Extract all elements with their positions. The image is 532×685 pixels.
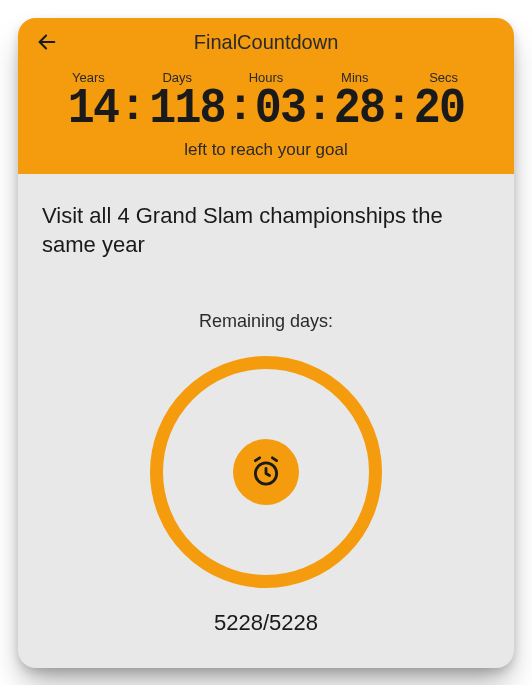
- back-arrow-icon: [36, 31, 58, 53]
- svg-line-3: [272, 458, 276, 461]
- digits-hours: 03: [255, 84, 305, 134]
- countdown-subtext: left to reach your goal: [18, 140, 514, 160]
- digits-days: 118: [149, 84, 225, 134]
- days-fraction: 5228/5228: [42, 610, 490, 636]
- alarm-button[interactable]: [233, 439, 299, 505]
- back-button[interactable]: [34, 29, 60, 55]
- titlebar: FinalCountdown: [18, 18, 514, 66]
- digits-sep: :: [231, 80, 250, 126]
- progress-ring-container: [42, 356, 490, 588]
- alarm-clock-icon: [249, 455, 283, 489]
- device-frame: FinalCountdown Years Days Hours Mins Sec…: [0, 0, 532, 685]
- header: FinalCountdown Years Days Hours Mins Sec…: [18, 18, 514, 174]
- goal-title: Visit all 4 Grand Slam championships the…: [42, 202, 490, 259]
- page-title: FinalCountdown: [18, 31, 514, 54]
- digits-sep: :: [389, 80, 408, 126]
- progress-ring: [150, 356, 382, 588]
- countdown-digits: 14 : 118 : 03 : 28 : 20: [18, 83, 514, 134]
- app-screen: FinalCountdown Years Days Hours Mins Sec…: [18, 18, 514, 668]
- digits-sep: :: [123, 80, 142, 126]
- digits-secs: 20: [413, 84, 463, 134]
- digits-sep: :: [310, 80, 329, 126]
- digits-mins: 28: [334, 84, 384, 134]
- body: Visit all 4 Grand Slam championships the…: [18, 174, 514, 636]
- digits-years: 14: [68, 84, 118, 134]
- svg-line-2: [255, 458, 259, 461]
- remaining-days-label: Remaining days:: [42, 311, 490, 332]
